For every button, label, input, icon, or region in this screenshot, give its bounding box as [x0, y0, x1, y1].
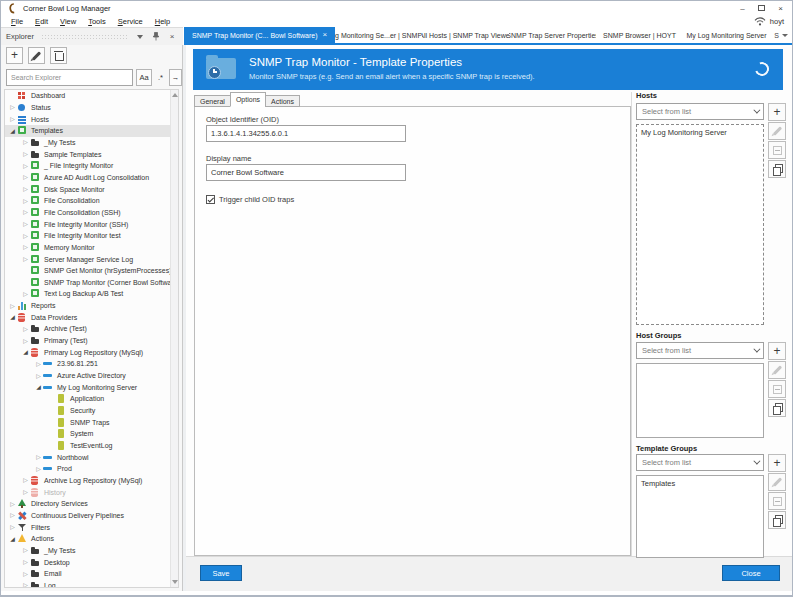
scroll-down-icon[interactable]: [172, 580, 178, 584]
host-groups-select-dropdown[interactable]: Select from list: [636, 342, 764, 359]
tree-item[interactable]: ▷ Continuous Delivery Pipelines: [5, 510, 178, 522]
menu-item[interactable]: File: [5, 16, 29, 27]
tree-item[interactable]: ◢ Data Providers: [5, 311, 178, 323]
expand-icon[interactable]: ▷: [21, 174, 30, 180]
expand-icon[interactable]: ◢: [34, 384, 43, 390]
tree-item[interactable]: ▷ Prod: [5, 463, 178, 475]
add-button[interactable]: +: [6, 47, 23, 64]
close-tab-icon[interactable]: ×: [323, 31, 328, 39]
tree-item[interactable]: Security: [5, 405, 178, 417]
expand-icon[interactable]: ▷: [8, 104, 17, 110]
tree-item[interactable]: ▷ Reports: [5, 300, 178, 312]
trigger-child-oid-checkbox[interactable]: [206, 195, 215, 204]
tree-item[interactable]: ▷ _ File Integrity Monitor: [5, 160, 178, 172]
remove-host-button[interactable]: [768, 141, 786, 159]
document-tab[interactable]: All Hosts | SNMP Trap Viewer: [422, 27, 509, 43]
add-host-group-button[interactable]: +: [768, 342, 786, 360]
expand-icon[interactable]: ▷: [21, 338, 30, 344]
tree-item[interactable]: ▷ File Integrity Monitor test: [5, 230, 178, 242]
tree-scrollbar[interactable]: [170, 90, 178, 587]
delete-button[interactable]: [50, 47, 67, 64]
close-window-button[interactable]: ×: [771, 1, 790, 15]
expand-icon[interactable]: ▷: [21, 256, 30, 262]
duplicate-host-group-button[interactable]: [768, 399, 786, 417]
expand-icon[interactable]: ◢: [21, 349, 30, 355]
expand-icon[interactable]: ▷: [21, 244, 30, 250]
tree-item[interactable]: ▷ Directory Services: [5, 498, 178, 510]
document-tab[interactable]: SNMP Trap Server Properties: [509, 27, 596, 43]
regex-button[interactable]: .*: [154, 69, 167, 86]
tree-item[interactable]: ◢ Primary Log Repository (MySql): [5, 346, 178, 358]
tree-item[interactable]: ▷ Disk Space Monitor: [5, 183, 178, 195]
document-tab[interactable]: My Log Monitoring Se...er | SNMP Traps: [335, 27, 422, 43]
expand-icon[interactable]: ▷: [8, 501, 17, 507]
tree-item[interactable]: ◢ My Log Monitoring Server: [5, 381, 178, 393]
menu-item[interactable]: Service: [112, 16, 149, 27]
tree-item[interactable]: TestEventLog: [5, 440, 178, 452]
tree-item[interactable]: ▷ Primary (Test): [5, 335, 178, 347]
tree-item[interactable]: ▷ Sample Templates: [5, 148, 178, 160]
tree-item[interactable]: SNMP Traps: [5, 416, 178, 428]
expand-icon[interactable]: ▷: [21, 151, 30, 157]
tree-item[interactable]: ▷ History: [5, 486, 178, 498]
tree-item[interactable]: ▷ Server Manager Service Log: [5, 253, 178, 265]
hosts-select-dropdown[interactable]: Select from list: [636, 103, 764, 120]
edit-button[interactable]: [28, 47, 45, 64]
expand-icon[interactable]: ▷: [21, 198, 30, 204]
minimize-button[interactable]: –: [733, 1, 752, 15]
remove-host-group-button[interactable]: [768, 380, 786, 398]
expand-icon[interactable]: ▷: [21, 571, 30, 577]
list-item[interactable]: Templates: [637, 478, 763, 489]
template-groups-list[interactable]: Templates: [636, 475, 764, 558]
add-host-button[interactable]: +: [768, 103, 786, 121]
tree-item[interactable]: ▷ Filters: [5, 521, 178, 533]
tree-item[interactable]: ▷ Archive Log Repository (MySql): [5, 475, 178, 487]
hosts-list[interactable]: My Log Monitoring Server: [636, 124, 764, 325]
remove-template-group-button[interactable]: [768, 492, 786, 510]
expand-icon[interactable]: ◢: [8, 314, 17, 320]
form-tab[interactable]: Options: [230, 92, 266, 107]
search-input[interactable]: [6, 69, 133, 86]
expand-icon[interactable]: ▷: [21, 186, 30, 192]
tree-item[interactable]: ▷ File Consolidation: [5, 195, 178, 207]
expand-icon[interactable]: ▷: [34, 466, 43, 472]
expand-icon[interactable]: ▷: [21, 559, 30, 565]
menu-item[interactable]: View: [54, 16, 82, 27]
tree-item[interactable]: ▷ Azure AD Audit Log Consolidation: [5, 172, 178, 184]
tree-item[interactable]: ▷ Text Log Backup A/B Test: [5, 288, 178, 300]
add-template-group-button[interactable]: +: [768, 454, 786, 472]
form-tab[interactable]: Actions: [265, 95, 300, 107]
document-tab[interactable]: My Log Monitoring Server: [683, 27, 770, 43]
tree-item[interactable]: ▷ 23.96.81.251: [5, 358, 178, 370]
list-item[interactable]: My Log Monitoring Server: [637, 127, 763, 138]
expand-icon[interactable]: ▷: [21, 163, 30, 169]
edit-template-group-button[interactable]: [768, 473, 786, 491]
pin-icon[interactable]: [150, 31, 162, 43]
expand-icon[interactable]: ▷: [21, 291, 30, 297]
duplicate-template-group-button[interactable]: [768, 511, 786, 529]
tree-item[interactable]: ▷ Archive (Test): [5, 323, 178, 335]
expand-icon[interactable]: ▷: [34, 361, 43, 367]
tree-item[interactable]: ▷ File Consolidation (SSH): [5, 207, 178, 219]
expand-icon[interactable]: ◢: [8, 128, 17, 134]
menu-item[interactable]: Tools: [82, 16, 112, 27]
tree-item[interactable]: ▷ _My Tests: [5, 137, 178, 149]
tree-item[interactable]: ◢ Actions: [5, 533, 178, 545]
tree-item[interactable]: ▷ Memory Monitor: [5, 242, 178, 254]
save-button[interactable]: Save: [200, 565, 242, 581]
menu-item[interactable]: Edit: [29, 16, 54, 27]
expand-icon[interactable]: ▷: [21, 326, 30, 332]
tree-item[interactable]: ▷ Hosts: [5, 113, 178, 125]
tree-item[interactable]: Dashboard: [5, 90, 178, 102]
expand-icon[interactable]: ▷: [8, 116, 17, 122]
tab-overflow-button[interactable]: S: [770, 27, 792, 43]
expand-icon[interactable]: ▷: [21, 221, 30, 227]
tree-item[interactable]: ▷ Northbowl: [5, 451, 178, 463]
template-groups-select-dropdown[interactable]: Select from list: [636, 454, 764, 471]
oid-input[interactable]: [206, 125, 406, 142]
expand-icon[interactable]: ▷: [21, 489, 30, 495]
tree-item[interactable]: ▷ Log: [5, 580, 178, 588]
tree-item[interactable]: SNMP Get Monitor (hrSystemProcesses): [5, 265, 178, 277]
search-go-button[interactable]: →: [169, 69, 182, 86]
host-groups-list[interactable]: [636, 363, 764, 438]
